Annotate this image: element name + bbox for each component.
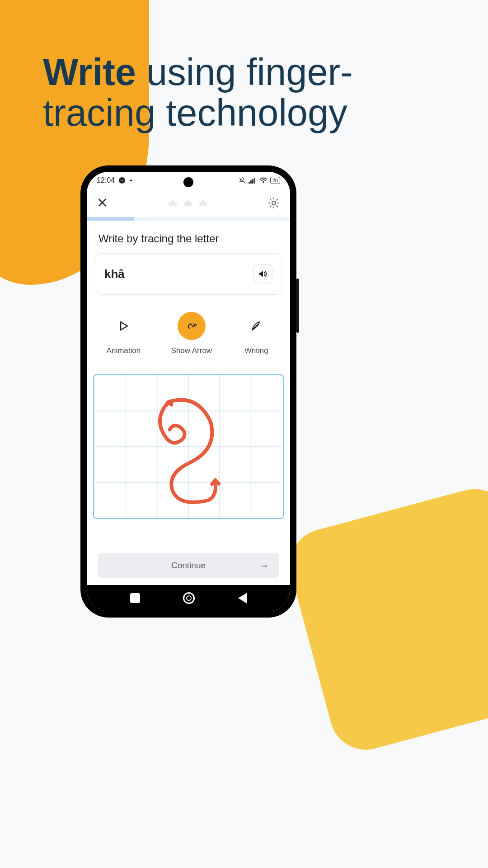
gear-icon[interactable] — [267, 197, 280, 209]
status-time: 12:04 — [97, 176, 115, 184]
instruction-text: Write by tracing the letter — [87, 221, 290, 253]
grid-lines — [94, 375, 283, 518]
crown-rating — [167, 198, 209, 208]
phone-side-button — [296, 278, 299, 333]
status-right: 28 — [239, 177, 280, 184]
continue-button[interactable]: Continue → — [98, 553, 279, 578]
mode-row: Animation Show Arrow Writing — [87, 295, 290, 363]
svg-point-5 — [263, 182, 264, 184]
arrow-loop-icon — [178, 312, 206, 340]
nav-recents-icon[interactable] — [130, 593, 140, 603]
mode-writing[interactable]: Writing — [242, 312, 270, 355]
crown-icon — [183, 198, 193, 208]
nav-back-icon[interactable] — [238, 593, 247, 604]
svg-rect-2 — [250, 180, 252, 184]
mode-show-arrow[interactable]: Show Arrow — [171, 312, 212, 355]
feather-icon — [242, 312, 270, 340]
battery-indicator: 28 — [270, 177, 280, 184]
more-icon: ··· — [129, 176, 131, 184]
word-text: khâ — [104, 267, 125, 281]
decorative-blob-bottom — [282, 481, 488, 758]
svg-rect-4 — [254, 178, 255, 184]
crown-icon — [198, 198, 209, 208]
nav-home-icon[interactable] — [183, 592, 195, 604]
status-left: 12:04 ··· — [97, 176, 131, 184]
svg-rect-3 — [252, 179, 253, 184]
speaker-icon — [258, 269, 268, 279]
camera-notch — [183, 177, 193, 187]
audio-button[interactable] — [253, 264, 272, 283]
svg-point-0 — [119, 177, 125, 184]
signal-icon — [249, 177, 257, 184]
word-card: khâ — [95, 253, 282, 295]
svg-rect-1 — [249, 182, 250, 184]
crown-icon — [167, 198, 178, 208]
mode-animation[interactable]: Animation — [107, 312, 141, 355]
close-icon[interactable]: ✕ — [97, 196, 108, 210]
play-icon — [109, 312, 137, 340]
app-header: ✕ — [87, 187, 290, 217]
wifi-icon — [259, 177, 267, 184]
headline-bold: Write — [43, 51, 136, 93]
arrow-right-icon: → — [258, 559, 269, 572]
phone-frame: 12:04 ··· 28 ✕ — [80, 165, 296, 618]
mode-label: Animation — [107, 346, 141, 355]
svg-point-6 — [272, 201, 276, 205]
traced-letter — [160, 400, 219, 502]
progress-fill — [87, 217, 134, 221]
phone-screen: 12:04 ··· 28 ✕ — [87, 172, 290, 611]
tracing-area[interactable] — [93, 374, 284, 519]
progress-bar — [87, 217, 290, 221]
headline: Write using finger-tracing technology — [43, 52, 461, 133]
mode-label: Writing — [244, 346, 268, 355]
mode-label: Show Arrow — [171, 346, 212, 355]
messenger-icon — [118, 177, 126, 184]
continue-label: Continue — [171, 561, 206, 571]
android-nav-bar — [87, 585, 290, 611]
dnd-icon — [239, 177, 246, 184]
